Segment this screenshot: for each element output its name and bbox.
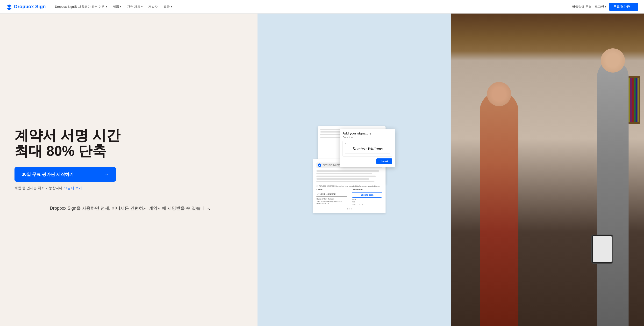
right-panel <box>451 14 644 326</box>
doc-mockup: Add your signature Draw it in ✕ Kembra W… <box>313 126 395 213</box>
nav-link-resources[interactable]: 관련 자료 ▾ <box>125 3 145 11</box>
center-panel: Add your signature Draw it in ✕ Kembra W… <box>258 14 451 326</box>
dropbox-icon <box>6 4 12 10</box>
req-label: REQ' FIELD LEFT <box>323 164 340 167</box>
chevron-down-icon: ▾ <box>106 5 107 8</box>
req-indicator: ● <box>318 164 321 167</box>
nav-links: Dropbox Sign을 사용해야 하는 이유 ▾ 제품 ▾ 관련 자료 ▾ … <box>52 3 572 11</box>
nav-link-developer[interactable]: 개발자 <box>146 3 160 11</box>
hero-title: 계약서 서명 시간 최대 80% 단축 <box>14 128 246 159</box>
close-icon[interactable]: ✕ <box>344 142 346 145</box>
nav-login-button[interactable]: 로그인 ▾ <box>595 5 606 9</box>
person-right <box>597 60 628 326</box>
signature-line <box>345 153 390 154</box>
client-header: Client <box>316 188 347 191</box>
doc-content-lines <box>316 170 382 182</box>
witness-text: IN WITNESS WHEREOF, the parties have exe… <box>316 185 382 187</box>
doc-line <box>316 176 376 177</box>
client-name-field: Name: William Jackson <box>316 198 347 200</box>
tablet-device <box>591 235 613 264</box>
navbar: Dropbox Sign Dropbox Sign을 사용해야 하는 이유 ▾ … <box>0 0 644 14</box>
consultant-column: Consultant Click to sign Name: Title: Da… <box>352 188 382 206</box>
main-document: ● REQ' FIELD LEFT 8 IN WITNESS WHEREOF, … <box>313 159 386 213</box>
nav-link-products[interactable]: 제품 ▾ <box>110 3 124 11</box>
nav-contact[interactable]: 영업팀에 문의 <box>572 5 592 9</box>
signature-text: Kembra Williams <box>352 146 383 151</box>
main-layout: 계약서 서명 시간 최대 80% 단축 30일 무료 평가판 시작하기 → 체험… <box>0 14 644 326</box>
chevron-down-icon: ▾ <box>605 5 606 8</box>
arrow-right-icon: → <box>104 172 109 177</box>
chevron-down-icon: ▾ <box>120 5 121 8</box>
doc-line <box>316 170 379 172</box>
client-date-field: Date: 08 / 10 / 21 <box>316 203 347 205</box>
client-column: Client William Jackson Name: William Jac… <box>316 188 347 206</box>
hero-description: Dropbox Sign을 사용하면 언제, 어디서든 간편하게 계약서에 서명… <box>14 205 246 212</box>
logo-text: Dropbox Sign <box>14 4 46 10</box>
nav-right: 영업팀에 문의 로그인 ▾ 무료 평가판 → <box>572 3 638 11</box>
modal-title: Add your signature <box>342 131 392 135</box>
pricing-link[interactable]: 요금제 보기 <box>64 186 82 190</box>
modal-subtitle: Draw it in <box>342 136 392 139</box>
consultant-name-field: Name: <box>352 199 382 200</box>
click-to-sign-button[interactable]: Click to sign <box>352 192 382 198</box>
tablet-screen <box>593 236 612 262</box>
doc-line <box>316 173 372 174</box>
consultant-title-field: Title: <box>352 201 382 203</box>
page-number: 1 of 5 <box>316 208 382 210</box>
client-signature-area: William Jackson <box>316 192 347 197</box>
person-left <box>480 92 518 326</box>
hero-photo <box>451 14 644 326</box>
doc-line <box>316 181 374 182</box>
consultant-header: Consultant <box>352 188 382 191</box>
client-signature: William Jackson <box>316 192 347 197</box>
nav-link-why[interactable]: Dropbox Sign을 사용해야 하는 이유 ▾ <box>52 3 110 11</box>
insert-button[interactable]: Insert <box>376 158 392 164</box>
trial-note: 체험 중 언제든 취소 가능합니다. 요금제 보기 <box>14 186 246 190</box>
modal-actions: Insert <box>342 158 392 164</box>
chevron-down-icon: ▾ <box>171 5 172 8</box>
consultant-date-field: Date: ___/___/___ <box>352 203 382 205</box>
nav-free-trial-button[interactable]: 무료 평가판 → <box>609 3 638 11</box>
logo[interactable]: Dropbox Sign <box>6 4 46 10</box>
signature-modal: Add your signature Draw it in ✕ Kembra W… <box>340 129 395 167</box>
left-panel: 계약서 서명 시간 최대 80% 단축 30일 무료 평가판 시작하기 → 체험… <box>0 14 258 326</box>
hero-cta-button[interactable]: 30일 무료 평가판 시작하기 → <box>14 167 116 182</box>
signature-area[interactable]: ✕ Kembra Williams <box>342 141 392 156</box>
doc-line <box>316 178 369 180</box>
chevron-down-icon: ▾ <box>141 5 142 8</box>
nav-link-pricing[interactable]: 요금 ▾ <box>161 3 174 11</box>
signature-columns: Client William Jackson Name: William Jac… <box>316 188 382 206</box>
client-title-field: Title: VP of Marketing, Hanford Inc <box>316 201 347 202</box>
